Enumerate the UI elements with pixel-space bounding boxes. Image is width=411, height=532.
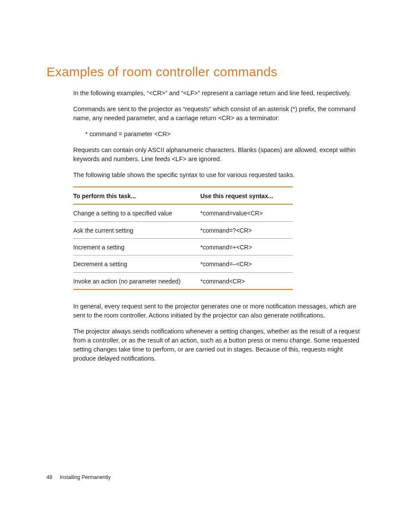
paragraph-delayed-notifications: The projector always sends notifications… <box>73 327 364 363</box>
section-heading: Examples of room controller commands <box>47 65 364 79</box>
footer-section-title: Installing Permanently <box>60 474 111 480</box>
paragraph-notifications: In general, every request sent to the pr… <box>73 302 364 320</box>
page-footer: 48 Installing Permanently <box>47 474 111 480</box>
syntax-table: To perform this task... Use this request… <box>73 187 293 290</box>
body-content: In the following examples, “<CR>” and “<… <box>73 89 364 363</box>
page: Examples of room controller commands In … <box>0 0 411 532</box>
table-header-task: To perform this task... <box>73 187 200 204</box>
table-row: Invoke an action (no parameter needed) *… <box>73 272 293 289</box>
table-header-row: To perform this task... Use this request… <box>73 187 293 204</box>
table-cell-task: Invoke an action (no parameter needed) <box>73 272 200 289</box>
table-cell-syntax: *command=value<CR> <box>200 204 293 221</box>
table-cell-syntax: *command=+<CR> <box>200 239 293 255</box>
table-cell-syntax: *command=–<CR> <box>200 255 293 272</box>
syntax-example-line: * command = parameter <CR> <box>85 130 364 139</box>
paragraph-intro: In the following examples, “<CR>” and “<… <box>73 89 364 98</box>
table-row: Decrement a setting *command=–<CR> <box>73 255 293 272</box>
table-row: Ask the current setting *command=?<CR> <box>73 221 293 238</box>
table-cell-syntax: *command=?<CR> <box>200 221 293 238</box>
table-row: Increment a setting *command=+<CR> <box>73 239 293 255</box>
paragraph-table-intro: The following table shows the specific s… <box>73 171 364 180</box>
paragraph-ascii-note: Requests can contain only ASCII alphanum… <box>73 146 364 164</box>
table-cell-task: Decrement a setting <box>73 255 200 272</box>
page-number: 48 <box>47 474 52 480</box>
table-row: Change a setting to a specified value *c… <box>73 204 293 221</box>
table-cell-syntax: *command<CR> <box>200 272 293 289</box>
table-cell-task: Ask the current setting <box>73 221 200 238</box>
table-header-syntax: Use this request syntax... <box>200 187 293 204</box>
table-cell-task: Increment a setting <box>73 239 200 255</box>
paragraph-request-format: Commands are sent to the projector as “r… <box>73 105 364 123</box>
table-cell-task: Change a setting to a specified value <box>73 204 200 221</box>
